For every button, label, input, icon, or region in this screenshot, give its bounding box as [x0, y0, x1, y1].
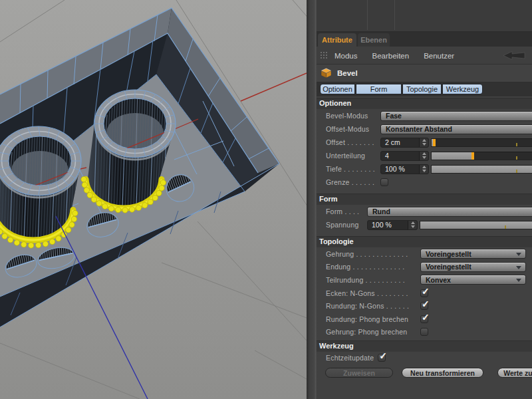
spinner-arrows[interactable]: [408, 221, 417, 229]
viewport-3d[interactable]: [0, 0, 307, 399]
spinner-up-icon[interactable]: [411, 221, 415, 224]
section-tab-form[interactable]: Form: [356, 84, 402, 94]
spinner-down-icon[interactable]: [422, 156, 426, 159]
spinner-arrows[interactable]: [419, 138, 428, 147]
attribute-rows: OptionenBevel-ModusFaseOffset-ModusKonst…: [317, 96, 532, 378]
spinner-arrows[interactable]: [419, 152, 428, 160]
checkmark-icon: ✓: [422, 299, 430, 309]
slider-fill: [432, 152, 471, 160]
attribute-row: Teilrundung . . . . . . . . . .Konvex: [317, 273, 532, 287]
checkbox[interactable]: ✓: [420, 302, 428, 310]
checkmark-icon: ✓: [422, 313, 430, 322]
spinner-up-icon[interactable]: [422, 139, 426, 142]
attribute-row: Endung . . . . . . . . . . . . .Voreinge…: [317, 261, 532, 274]
checkbox[interactable]: ✓: [378, 354, 386, 362]
attribute-row: Form . . . .Rund: [317, 205, 532, 218]
neu-transformieren-button[interactable]: Neu transformieren: [402, 368, 483, 378]
zuweisen-button[interactable]: Zuweisen: [325, 368, 393, 378]
slider-tick: [505, 225, 506, 229]
chevron-down-icon: [516, 253, 521, 256]
app-window: Attribute Ebenen ModusBearbeitenBenutzer…: [0, 0, 532, 399]
attribute-manager-panel: Attribute Ebenen ModusBearbeitenBenutzer…: [317, 0, 532, 399]
menu-item-modus[interactable]: Modus: [334, 52, 358, 60]
menu-item-benutzer[interactable]: Benutzer: [424, 52, 454, 60]
checkbox[interactable]: ✓: [420, 315, 428, 323]
attribute-row: Tiefe . . . . . . . .100 %: [317, 162, 532, 176]
field-value: 100 %: [381, 165, 419, 173]
panel-divider[interactable]: [307, 0, 317, 399]
chevron-down-icon: [516, 266, 521, 269]
section-header-form: Form: [317, 194, 532, 205]
section-tab-buttons: OptionenFormTopologieWerkzeug: [317, 82, 532, 96]
grip-icon[interactable]: [320, 51, 329, 60]
slider-spannung[interactable]: [420, 221, 532, 229]
history-arrow-icon[interactable]: [503, 51, 525, 60]
dropdown-form[interactable]: Rund: [367, 207, 532, 217]
object-name: Bevel: [337, 69, 358, 77]
panel-top-strip: [317, 0, 532, 32]
value-field-unterteilung[interactable]: 4: [380, 151, 429, 161]
tab-attribute[interactable]: Attribute: [318, 33, 356, 47]
bevel-object-icon: [321, 68, 332, 78]
checkbox[interactable]: ✓: [420, 289, 428, 297]
row-label: Offset-Modus: [326, 125, 380, 133]
attribute-row: Rundung: Phong brechen✓: [317, 313, 532, 326]
panel-menu-bar: ModusBearbeitenBenutzer: [317, 47, 532, 65]
attribute-row: Gehrung: Phong brechen: [317, 326, 532, 339]
spinner-down-icon[interactable]: [411, 225, 415, 228]
row-label: Grenze . . . . . .: [326, 178, 380, 186]
section-tab-werkzeug[interactable]: Werkzeug: [442, 84, 483, 94]
row-label: Spannung: [326, 221, 367, 229]
row-label: Offset . . . . . . .: [326, 138, 380, 146]
field-value: 2 cm: [381, 138, 419, 146]
attribute-row: Spannung100 %: [317, 218, 532, 231]
attribute-row: Unterteilung4: [317, 149, 532, 162]
value-field-spannung[interactable]: 100 %: [367, 220, 418, 230]
werte-zu-button[interactable]: Werte zu: [497, 368, 532, 378]
section-tab-optionen[interactable]: Optionen: [320, 84, 355, 94]
slider-tiefe[interactable]: [431, 165, 532, 174]
row-label: Gehrung . . . . . . . . . . . . .: [326, 250, 420, 258]
checkmark-icon: ✓: [379, 351, 387, 360]
row-label: Gehrung: Phong brechen: [326, 328, 420, 336]
dropdown-teilrundung[interactable]: Konvex: [420, 275, 526, 285]
spinner-up-icon[interactable]: [422, 152, 426, 155]
dropdown-bevel-modus[interactable]: Fase: [380, 111, 532, 121]
slider-handle[interactable]: [433, 139, 436, 146]
dropdown-endung[interactable]: Voreingestellt: [420, 262, 526, 272]
row-label: Rundung: N-Gons . . . . . .: [326, 302, 420, 310]
value-field-tiefe[interactable]: 100 %: [380, 164, 429, 174]
slider-offset[interactable]: [431, 138, 532, 147]
tab-ebenen[interactable]: Ebenen: [358, 33, 390, 47]
spinner-down-icon[interactable]: [422, 170, 426, 172]
slider-tick: [516, 156, 517, 160]
row-label: Ecken: N-Gons . . . . . . . .: [326, 289, 420, 297]
attribute-row: Bevel-ModusFase: [317, 109, 532, 122]
slider-fill: [420, 221, 532, 229]
spinner-up-icon[interactable]: [422, 166, 426, 168]
tool-buttons-row: ZuweisenNeu transformierenWerte zu: [317, 368, 532, 378]
attribute-row: Offset . . . . . . .2 cm: [317, 136, 532, 149]
attribute-row: Grenze . . . . . .: [317, 176, 532, 189]
dropdown-offset-modus[interactable]: Konstanter Abstand: [380, 124, 532, 134]
section-tab-topologie[interactable]: Topologie: [402, 84, 442, 94]
field-value: 100 %: [368, 221, 408, 229]
spinner-down-icon[interactable]: [422, 143, 426, 146]
checkmark-icon: ✓: [422, 287, 430, 296]
slider-handle[interactable]: [471, 152, 474, 160]
viewport-canvas[interactable]: [0, 0, 307, 399]
attribute-row: Ecken: N-Gons . . . . . . . .✓: [317, 287, 532, 300]
row-label: Teilrundung . . . . . . . . . .: [326, 276, 420, 284]
strip-seam: [367, 0, 368, 30]
section-header-optionen: Optionen: [317, 98, 532, 109]
row-label: Unterteilung: [326, 152, 380, 160]
strip-seam: [394, 0, 395, 30]
spinner-arrows[interactable]: [419, 165, 428, 174]
dropdown-gehrung[interactable]: Voreingestellt: [420, 249, 526, 259]
value-field-offset[interactable]: 2 cm: [380, 138, 429, 148]
field-value: 4: [381, 152, 419, 160]
checkbox[interactable]: [420, 328, 428, 336]
menu-item-bearbeiten[interactable]: Bearbeiten: [372, 52, 410, 60]
slider-unterteilung[interactable]: [431, 152, 532, 160]
checkbox[interactable]: [380, 178, 388, 186]
